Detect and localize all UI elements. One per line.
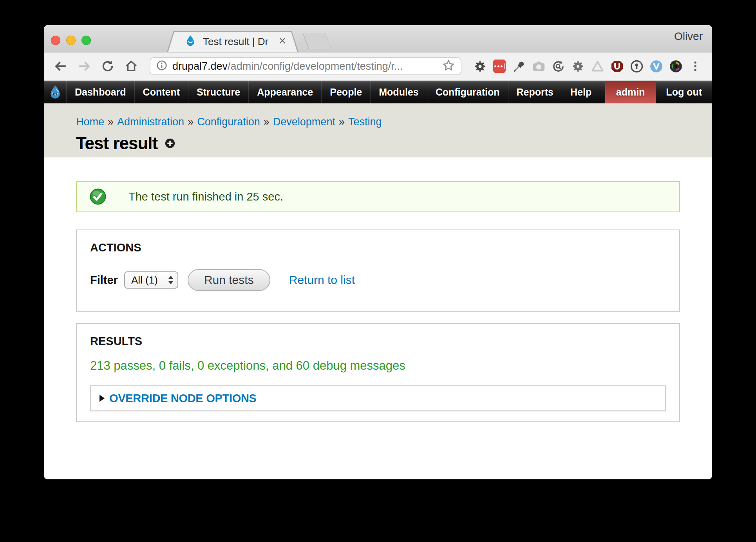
- reload-icon[interactable]: [100, 59, 115, 74]
- browser-window: Test result | Drupal 7 Oliver: [44, 25, 712, 479]
- return-to-list-link[interactable]: Return to list: [289, 273, 355, 287]
- breadcrumb-testing[interactable]: Testing: [348, 116, 382, 128]
- new-tab-background: [303, 33, 331, 49]
- close-window-button[interactable]: [51, 36, 60, 45]
- address-bar[interactable]: drupal7.dev/admin/config/development/tes…: [150, 57, 461, 75]
- sync-search-icon[interactable]: [551, 59, 566, 74]
- actions-heading: ACTIONS: [90, 241, 666, 254]
- minimize-window-button[interactable]: [66, 36, 76, 45]
- zoom-window-button[interactable]: [81, 36, 91, 45]
- drupal-logo-icon[interactable]: [44, 81, 67, 103]
- page-header: Home»Administration»Configuration»Develo…: [44, 103, 712, 157]
- breadcrumb-development[interactable]: Development: [273, 116, 335, 128]
- breadcrumb: Home»Administration»Configuration»Develo…: [76, 116, 712, 128]
- url-text[interactable]: drupal7.dev/admin/config/development/tes…: [172, 60, 403, 72]
- settings-gear-icon[interactable]: [472, 59, 487, 74]
- dark-gear-icon[interactable]: [570, 59, 585, 74]
- actions-panel: ACTIONS Filter All (1) Run tests Return …: [76, 229, 680, 312]
- breadcrumb-home[interactable]: Home: [76, 116, 104, 128]
- titlebar: Test result | Drupal 7 Oliver: [44, 25, 712, 52]
- results-summary: 213 passes, 0 fails, 0 exceptions, and 6…: [90, 359, 666, 373]
- breadcrumb-separator: »: [264, 116, 269, 128]
- success-check-icon: [89, 188, 107, 205]
- toolbar-item-people[interactable]: People: [322, 81, 371, 103]
- toolbar-logout[interactable]: Log out: [656, 81, 712, 103]
- camera-icon[interactable]: [531, 59, 546, 74]
- toolbar-item-modules[interactable]: Modules: [371, 81, 427, 103]
- drive-triangle-icon[interactable]: [590, 59, 605, 74]
- tab-close-icon[interactable]: [278, 36, 287, 47]
- vimium-icon[interactable]: [649, 59, 664, 74]
- filter-select-value: All (1): [131, 274, 158, 286]
- override-node-options-fieldset[interactable]: OVERRIDE NODE OPTIONS: [90, 385, 666, 411]
- toolbar-item-structure[interactable]: Structure: [188, 81, 249, 103]
- results-panel: RESULTS 213 passes, 0 fails, 0 exception…: [76, 323, 680, 422]
- toolbar-item-help[interactable]: Help: [562, 81, 600, 103]
- home-icon[interactable]: [124, 59, 139, 74]
- drupal-favicon-icon: [184, 34, 197, 49]
- toolbar-user-admin[interactable]: admin: [605, 81, 656, 103]
- toolbar-item-reports[interactable]: Reports: [508, 81, 562, 103]
- tab-title: Test result | Drupal 7: [203, 36, 269, 48]
- filter-select[interactable]: All (1): [124, 271, 178, 289]
- new-tab-button[interactable]: [302, 33, 331, 49]
- url-host: drupal7.dev: [172, 60, 228, 72]
- breadcrumb-separator: »: [188, 116, 194, 128]
- filter-label: Filter: [90, 274, 118, 287]
- breadcrumb-administration[interactable]: Administration: [117, 116, 184, 128]
- extension-icons: [472, 59, 703, 74]
- breadcrumb-separator: »: [339, 116, 345, 128]
- ublock-shield-icon[interactable]: [610, 59, 624, 74]
- browser-tab[interactable]: Test result | Drupal 7: [167, 31, 298, 52]
- run-tests-label: Run tests: [204, 273, 254, 287]
- camera-lens-icon[interactable]: [668, 59, 683, 74]
- status-message-text: The test run finished in 25 sec.: [128, 190, 283, 203]
- bookmark-star-icon[interactable]: [442, 59, 455, 74]
- add-shortcut-icon[interactable]: [165, 138, 175, 149]
- status-message: The test run finished in 25 sec.: [76, 181, 680, 212]
- password-manager-icon[interactable]: [492, 59, 507, 74]
- toolbar-spacer: [600, 81, 605, 103]
- toolbar-item-dashboard[interactable]: Dashboard: [67, 81, 135, 103]
- drupal-admin-toolbar: Dashboard Content Structure Appearance P…: [44, 81, 712, 103]
- page-info-icon[interactable]: [156, 60, 168, 73]
- toolbar-item-configuration[interactable]: Configuration: [427, 81, 508, 103]
- keyhole-circle-icon[interactable]: [629, 59, 644, 74]
- page-content: The test run finished in 25 sec. ACTIONS…: [44, 157, 712, 479]
- results-heading: RESULTS: [90, 335, 666, 348]
- eyedropper-icon[interactable]: [512, 59, 526, 74]
- breadcrumb-separator: »: [108, 116, 114, 128]
- run-tests-button[interactable]: Run tests: [188, 269, 270, 291]
- profile-name[interactable]: Oliver: [674, 30, 703, 43]
- back-icon[interactable]: [53, 59, 68, 74]
- breadcrumb-configuration[interactable]: Configuration: [197, 116, 260, 128]
- page-title: Test result: [76, 134, 157, 153]
- select-arrows-icon: [168, 276, 174, 284]
- browser-toolbar: drupal7.dev/admin/config/development/tes…: [44, 52, 712, 81]
- forward-icon: [77, 59, 92, 74]
- toolbar-item-appearance[interactable]: Appearance: [249, 81, 322, 103]
- url-path: /admin/config/development/testing/r...: [228, 60, 403, 72]
- browser-menu-icon[interactable]: [688, 59, 703, 74]
- toolbar-item-content[interactable]: Content: [135, 81, 188, 103]
- collapsed-arrow-icon: [99, 395, 105, 402]
- fieldset-label: OVERRIDE NODE OPTIONS: [109, 392, 257, 405]
